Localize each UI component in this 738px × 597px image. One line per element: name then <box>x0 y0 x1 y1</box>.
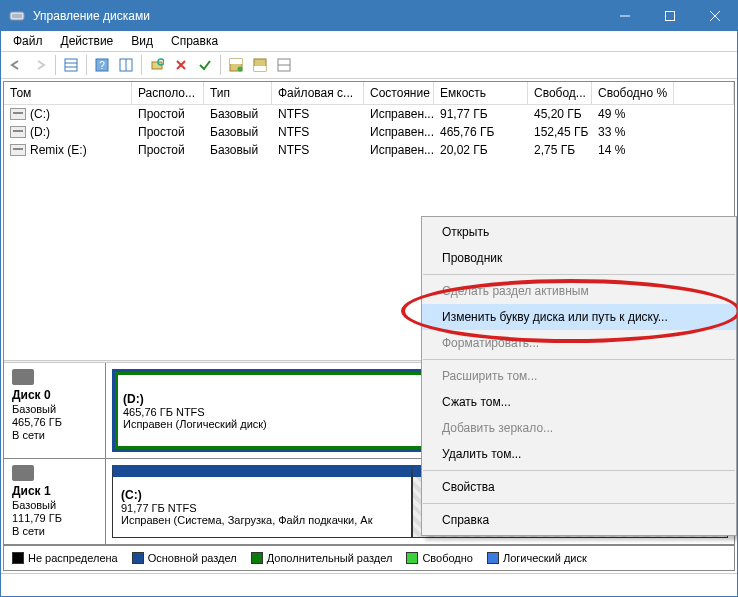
svg-text:?: ? <box>99 60 105 71</box>
help-icon[interactable]: ? <box>91 54 113 76</box>
svg-rect-18 <box>230 59 242 64</box>
menubar: Файл Действие Вид Справка <box>1 31 737 51</box>
ctx-format: Форматировать... <box>422 330 736 356</box>
delete-icon[interactable] <box>170 54 192 76</box>
legend-extended-icon <box>251 552 263 564</box>
ctx-change-letter[interactable]: Изменить букву диска или путь к диску... <box>422 304 736 330</box>
volume-row-c[interactable]: (C:) Простой Базовый NTFS Исправен... 91… <box>4 105 734 123</box>
status-bar <box>1 573 737 595</box>
ctx-mirror: Добавить зеркало... <box>422 415 736 441</box>
volumes-header-row: Том Располо... Тип Файловая с... Состоян… <box>4 82 734 105</box>
titlebar: Управление дисками <box>1 1 737 31</box>
ctx-shrink[interactable]: Сжать том... <box>422 389 736 415</box>
view-panes-icon[interactable] <box>115 54 137 76</box>
partition-c[interactable]: (C:) 91,77 ГБ NTFS Исправен (Система, За… <box>112 465 412 538</box>
view-list-icon[interactable] <box>60 54 82 76</box>
close-button[interactable] <box>692 1 737 31</box>
col-volume[interactable]: Том <box>4 82 132 105</box>
drive-icon <box>10 126 26 138</box>
layout-split-icon[interactable] <box>273 54 295 76</box>
svg-rect-3 <box>665 12 674 21</box>
volume-row-d[interactable]: (D:) Простой Базовый NTFS Исправен... 46… <box>4 123 734 141</box>
legend: Не распределена Основной раздел Дополнит… <box>4 545 734 570</box>
ctx-props[interactable]: Свойства <box>422 474 736 500</box>
col-free-pct[interactable]: Свободно % <box>592 82 674 105</box>
legend-primary-icon <box>132 552 144 564</box>
svg-rect-6 <box>65 59 77 71</box>
check-icon[interactable] <box>194 54 216 76</box>
maximize-button[interactable] <box>647 1 692 31</box>
disk-icon <box>12 369 34 385</box>
svg-point-19 <box>238 67 243 72</box>
col-capacity[interactable]: Емкость <box>434 82 528 105</box>
disk-icon <box>12 465 34 481</box>
menu-view[interactable]: Вид <box>123 32 161 50</box>
col-free[interactable]: Свобод... <box>528 82 592 105</box>
disk-0-info[interactable]: Диск 0 Базовый 465,76 ГБ В сети <box>4 363 106 458</box>
minimize-button[interactable] <box>602 1 647 31</box>
legend-free-icon <box>406 552 418 564</box>
menu-file[interactable]: Файл <box>5 32 51 50</box>
disk-1-info[interactable]: Диск 1 Базовый 111,79 ГБ В сети <box>4 459 106 544</box>
refresh-icon[interactable] <box>146 54 168 76</box>
context-menu: Открыть Проводник Сделать раздел активны… <box>421 216 737 536</box>
ctx-open[interactable]: Открыть <box>422 219 736 245</box>
menu-help[interactable]: Справка <box>163 32 226 50</box>
col-fs[interactable]: Файловая с... <box>272 82 364 105</box>
ctx-help[interactable]: Справка <box>422 507 736 533</box>
ctx-explore[interactable]: Проводник <box>422 245 736 271</box>
ctx-extend: Расширить том... <box>422 363 736 389</box>
col-type[interactable]: Тип <box>204 82 272 105</box>
drive-icon <box>10 144 26 156</box>
legend-logical-icon <box>487 552 499 564</box>
layout-top-icon[interactable] <box>225 54 247 76</box>
svg-rect-1 <box>12 14 22 18</box>
col-spacer <box>674 82 734 105</box>
app-icon <box>7 6 27 26</box>
ctx-mark-active: Сделать раздел активным <box>422 278 736 304</box>
layout-bottom-icon[interactable] <box>249 54 271 76</box>
legend-unalloc-icon <box>12 552 24 564</box>
window-title: Управление дисками <box>33 9 150 23</box>
ctx-delete[interactable]: Удалить том... <box>422 441 736 467</box>
svg-rect-21 <box>254 66 266 71</box>
back-button[interactable] <box>5 54 27 76</box>
volume-row-e[interactable]: Remix (E:) Простой Базовый NTFS Исправен… <box>4 141 734 159</box>
col-status[interactable]: Состояние <box>364 82 434 105</box>
toolbar: ? <box>1 51 737 79</box>
col-layout[interactable]: Располо... <box>132 82 204 105</box>
drive-icon <box>10 108 26 120</box>
menu-action[interactable]: Действие <box>53 32 122 50</box>
forward-button[interactable] <box>29 54 51 76</box>
